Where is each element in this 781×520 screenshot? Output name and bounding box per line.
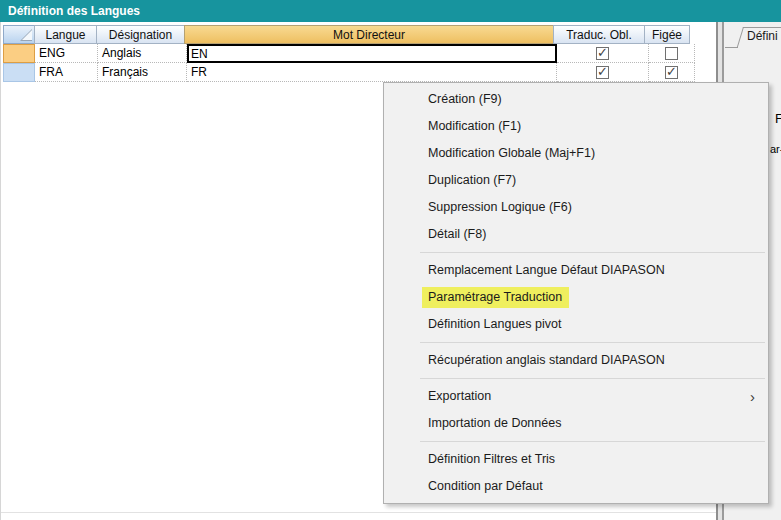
window-title: Définition des Langues (8, 4, 140, 18)
window-title-bar: Définition des Langues (0, 0, 781, 22)
cell-traduc-obl-fra[interactable] (557, 63, 649, 82)
panel-label-fragment: ar- (770, 143, 781, 155)
menu-item-recuperation-anglais[interactable]: Récupération anglais standard DIAPASON (384, 347, 768, 374)
menu-item-remplacement-langue-defaut[interactable]: Remplacement Langue Défaut DIAPASON (384, 257, 768, 284)
column-header-designation[interactable]: Désignation (96, 25, 185, 44)
table-row-eng: ENG Anglais EN (3, 44, 695, 63)
menu-separator (420, 252, 765, 253)
menu-item-duplication[interactable]: Duplication (F7) (384, 167, 768, 194)
menu-item-suppression-logique[interactable]: Suppression Logique (F6) (384, 194, 768, 221)
tab-definition-label[interactable]: Défini (747, 29, 778, 43)
menu-separator (420, 378, 765, 379)
menu-item-definition-filtres-tris[interactable]: Définition Filtres et Tris (384, 446, 768, 473)
menu-item-importation-donnees[interactable]: Importation de Données (384, 410, 768, 437)
tab-baseline (725, 47, 738, 48)
cell-figee-fra[interactable] (649, 63, 695, 82)
cell-mot-directeur-fra[interactable]: FR (187, 63, 557, 82)
column-header-traduc-obl[interactable]: Traduc. Obl. (553, 25, 645, 44)
cell-traduc-obl-eng[interactable] (557, 44, 649, 63)
figee-checkbox[interactable] (665, 66, 678, 79)
cell-designation-eng[interactable]: Anglais (98, 44, 187, 63)
menu-separator (420, 441, 765, 442)
table-row-fra: FRA Français FR (3, 63, 695, 82)
menu-item-definition-langues-pivot[interactable]: Définition Langues pivot (384, 311, 768, 338)
cell-designation-fra[interactable]: Français (98, 63, 187, 82)
menu-item-modification-globale[interactable]: Modification Globale (Maj+F1) (384, 140, 768, 167)
cell-langue-eng[interactable]: ENG (35, 44, 98, 63)
menu-item-exportation-label: Exportation (428, 389, 491, 403)
grid-bottom-edge (1, 512, 716, 513)
submenu-chevron-icon: › (750, 383, 755, 410)
cell-langue-fra[interactable]: FRA (35, 63, 98, 82)
menu-item-parametrage-traduction[interactable]: Paramétrage Traduction (384, 284, 768, 311)
row-selector-eng[interactable] (3, 44, 35, 63)
cell-mot-directeur-eng[interactable]: EN (187, 44, 557, 63)
app-window: Définition des Langues Langue Désignatio… (0, 0, 781, 520)
select-all-corner[interactable] (3, 25, 35, 44)
menu-item-creation[interactable]: Création (F9) (384, 86, 768, 113)
menu-separator (420, 342, 765, 343)
grid-header-row: Langue Désignation Mot Directeur Traduc.… (3, 25, 690, 44)
yellow-highlight[interactable]: Paramétrage Traduction (422, 287, 569, 308)
menu-item-condition-par-defaut[interactable]: Condition par Défaut (384, 473, 768, 500)
corner-triangle-icon (22, 30, 32, 40)
column-header-mot-directeur[interactable]: Mot Directeur (184, 25, 554, 44)
column-header-figee[interactable]: Figée (644, 25, 690, 44)
context-menu: Création (F9) Modification (F1) Modifica… (383, 82, 769, 504)
traduc-obl-checkbox[interactable] (596, 66, 609, 79)
cell-figee-eng[interactable] (649, 44, 695, 63)
menu-item-exportation[interactable]: Exportation › (384, 383, 768, 410)
panel-label-fragment: F (775, 111, 781, 126)
figee-checkbox[interactable] (665, 47, 678, 60)
row-selector-fra[interactable] (3, 63, 35, 82)
menu-item-detail[interactable]: Détail (F8) (384, 221, 768, 248)
column-header-langue[interactable]: Langue (34, 25, 97, 44)
traduc-obl-checkbox[interactable] (596, 47, 609, 60)
menu-item-modification[interactable]: Modification (F1) (384, 113, 768, 140)
